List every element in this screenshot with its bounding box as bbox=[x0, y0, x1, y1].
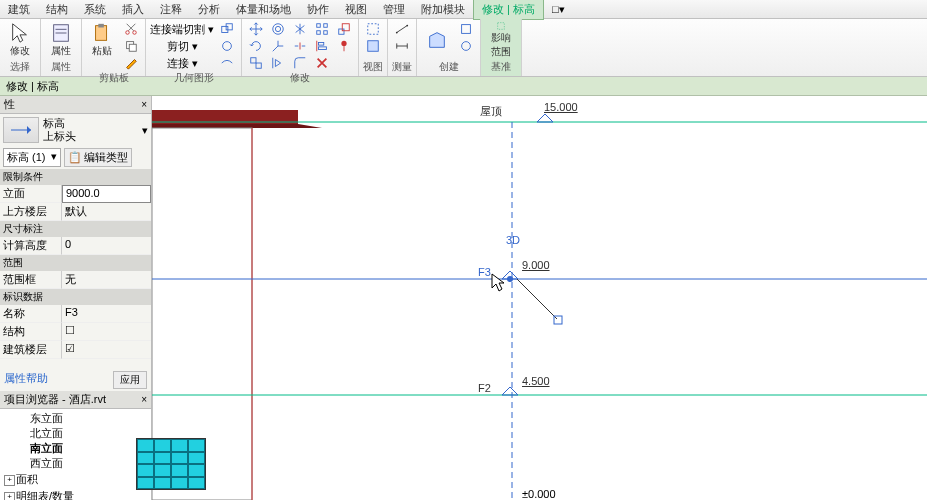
svg-point-12 bbox=[273, 24, 284, 35]
align-icon[interactable] bbox=[312, 38, 332, 54]
tab-10[interactable]: 附加模块 bbox=[413, 0, 473, 19]
svg-point-34 bbox=[406, 25, 408, 27]
measure-icon[interactable] bbox=[392, 21, 412, 37]
prop-k-elev: 立面 bbox=[0, 185, 62, 203]
create-button[interactable] bbox=[421, 21, 453, 59]
group-geom-label: 几何图形 bbox=[150, 71, 237, 85]
extent-button[interactable]: 影响 范围 bbox=[485, 21, 517, 59]
tab-4[interactable]: 注释 bbox=[152, 0, 190, 19]
prop-v-scope[interactable]: 无 bbox=[62, 271, 151, 289]
svg-rect-31 bbox=[368, 41, 379, 52]
svg-rect-30 bbox=[368, 24, 379, 35]
cut-icon[interactable] bbox=[121, 21, 141, 37]
prop-v-above[interactable]: 默认 bbox=[62, 203, 151, 221]
level-roof-value[interactable]: 15.000 bbox=[544, 101, 578, 113]
tree-west[interactable]: 西立面 bbox=[2, 456, 149, 471]
preview-thumbnail bbox=[136, 438, 206, 490]
tree-north[interactable]: 北立面 bbox=[2, 426, 149, 441]
split-icon[interactable] bbox=[290, 38, 310, 54]
geo-icon-3[interactable] bbox=[217, 55, 237, 71]
properties-button[interactable]: 属性 bbox=[45, 21, 77, 59]
svg-rect-15 bbox=[324, 24, 328, 28]
tab-11-active[interactable]: 修改 | 标高 bbox=[473, 0, 544, 20]
props-close-icon[interactable]: × bbox=[141, 99, 147, 110]
tab-5[interactable]: 分析 bbox=[190, 0, 228, 19]
tab-2[interactable]: 系统 bbox=[76, 0, 114, 19]
svg-rect-40 bbox=[498, 23, 505, 30]
prop-v-floor-checkbox[interactable]: ☑ bbox=[62, 341, 151, 359]
rotate-icon[interactable] bbox=[246, 38, 266, 54]
browser-title: 项目浏览器 - 酒店.rvt bbox=[4, 392, 106, 407]
move-icon[interactable] bbox=[246, 21, 266, 37]
svg-rect-29 bbox=[256, 63, 261, 68]
view-icon-2[interactable] bbox=[363, 38, 383, 54]
offset-icon[interactable] bbox=[268, 21, 288, 37]
join-button[interactable]: 连接 ▾ bbox=[150, 55, 214, 71]
instance-filter[interactable]: 标高 (1)▾ bbox=[3, 148, 61, 167]
edit-type-button[interactable]: 📋编辑类型 bbox=[64, 148, 132, 167]
view-icon-1[interactable] bbox=[363, 21, 383, 37]
cut-geo-button[interactable]: 剪切 ▾ bbox=[150, 38, 214, 54]
elevation-input[interactable]: 9000.0 bbox=[62, 185, 151, 203]
level-f3-value[interactable]: 9.000 bbox=[522, 259, 550, 271]
svg-point-13 bbox=[275, 26, 280, 31]
tab-9[interactable]: 管理 bbox=[375, 0, 413, 19]
level-roof-label[interactable]: 屋顶 bbox=[480, 104, 502, 119]
prop-k-scope: 范围框 bbox=[0, 271, 62, 289]
tree-east[interactable]: 东立面 bbox=[2, 411, 149, 426]
scale-icon[interactable] bbox=[334, 21, 354, 37]
trim-icon[interactable] bbox=[268, 38, 288, 54]
copy-icon[interactable] bbox=[121, 38, 141, 54]
tab-3[interactable]: 插入 bbox=[114, 0, 152, 19]
geo-icon-2[interactable] bbox=[217, 38, 237, 54]
level-f2-label[interactable]: F2 bbox=[478, 382, 491, 394]
svg-rect-14 bbox=[317, 24, 321, 28]
tab-0[interactable]: 建筑 bbox=[0, 0, 38, 19]
drawing-canvas[interactable]: 3D ±0.000 屋顶 15.000 F3 9.000 F2 4.500 bbox=[152, 96, 927, 500]
level-f2-value[interactable]: 4.500 bbox=[522, 375, 550, 387]
array-icon[interactable] bbox=[312, 21, 332, 37]
svg-rect-24 bbox=[319, 43, 324, 46]
pin-icon[interactable] bbox=[334, 38, 354, 54]
tree-schedule[interactable]: 明细表/数量 bbox=[2, 488, 149, 500]
group-view-label: 视图 bbox=[363, 60, 383, 74]
prop-k-floor: 建筑楼层 bbox=[0, 341, 62, 359]
tab-8[interactable]: 视图 bbox=[337, 0, 375, 19]
tab-6[interactable]: 体量和场地 bbox=[228, 0, 299, 19]
group-props-label: 属性 bbox=[45, 60, 77, 74]
tab-tooltip-icon[interactable]: □▾ bbox=[544, 3, 565, 16]
select-arrow-button[interactable]: 修改 bbox=[4, 21, 36, 59]
dimension-icon[interactable] bbox=[392, 38, 412, 54]
cope-button[interactable]: 连接端切割 ▾ bbox=[150, 21, 214, 37]
prop-v-struct-checkbox[interactable]: ☐ bbox=[62, 323, 151, 341]
corner-icon[interactable] bbox=[290, 55, 310, 71]
apply-button[interactable]: 应用 bbox=[113, 371, 147, 389]
group-clip-label: 剪贴板 bbox=[86, 71, 141, 85]
prop-help-link[interactable]: 属性帮助 bbox=[4, 371, 48, 389]
mirror2-icon[interactable] bbox=[268, 55, 288, 71]
paste-button[interactable]: 粘贴 bbox=[86, 21, 118, 59]
geo-icon-1[interactable] bbox=[217, 21, 237, 37]
tree-area[interactable]: 面积 bbox=[2, 471, 149, 488]
tab-7[interactable]: 协作 bbox=[299, 0, 337, 19]
create-icon-2[interactable] bbox=[456, 38, 476, 54]
prop-v-name[interactable]: F3 bbox=[62, 305, 151, 323]
group-modify-label: 修改 bbox=[246, 71, 354, 85]
level-f3-label[interactable]: F3 bbox=[478, 266, 491, 278]
mirror-icon[interactable] bbox=[290, 21, 310, 37]
delete-icon[interactable] bbox=[312, 55, 332, 71]
tab-1[interactable]: 结构 bbox=[38, 0, 76, 19]
svg-rect-17 bbox=[324, 31, 328, 35]
prop-v-height[interactable]: 0 bbox=[62, 237, 151, 255]
copy-multi-icon[interactable] bbox=[246, 55, 266, 71]
svg-text:3D: 3D bbox=[506, 234, 520, 246]
prop-cat-2: 范围 bbox=[0, 255, 151, 271]
browser-close-icon[interactable]: × bbox=[141, 394, 147, 405]
brush-icon[interactable] bbox=[121, 55, 141, 71]
svg-point-6 bbox=[133, 31, 137, 35]
tree-south-active[interactable]: 南立面 bbox=[2, 441, 149, 456]
context-bar-text: 修改 | 标高 bbox=[6, 79, 59, 94]
create-icon-1[interactable] bbox=[456, 21, 476, 37]
type-selector[interactable]: 标高上标头 bbox=[43, 117, 138, 143]
type-dropdown-icon[interactable]: ▾ bbox=[142, 124, 148, 137]
